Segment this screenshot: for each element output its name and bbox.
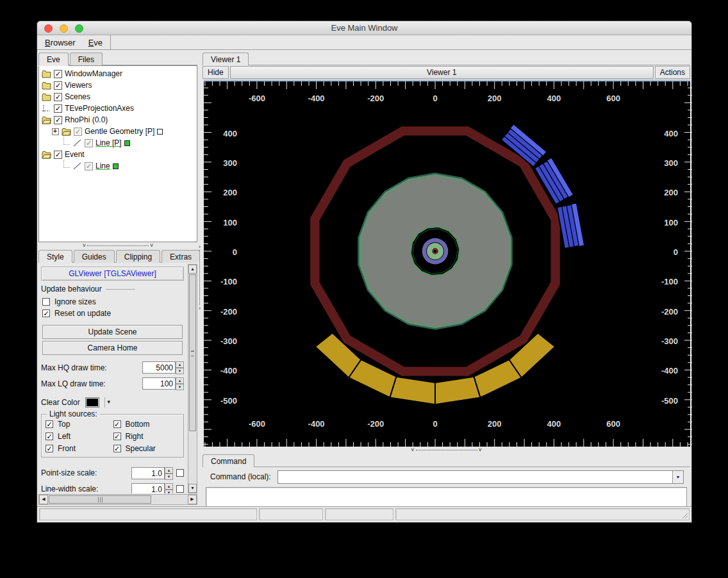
point-size-spinner[interactable]: 1.0 ▲▼: [131, 467, 173, 479]
expand-icon[interactable]: [52, 128, 59, 135]
status-cell: [395, 508, 690, 520]
tree-checkbox[interactable]: [54, 116, 62, 124]
ignore-sizes-row[interactable]: Ignore sizes: [41, 296, 184, 308]
zoom-button[interactable]: [75, 24, 83, 33]
vertical-splitter[interactable]: › ›: [197, 51, 202, 505]
light-left[interactable]: Left: [46, 432, 113, 441]
inner-detector[interactable]: [411, 227, 459, 275]
tree-checkbox[interactable]: [54, 104, 62, 113]
spin-up-icon: ▲: [176, 377, 184, 384]
light-front[interactable]: Front: [46, 444, 113, 453]
rhophi-scene[interactable]: [204, 81, 692, 447]
folder-open-icon: [42, 151, 51, 159]
tree-item-rhophi[interactable]: RhoPhi (0.0): [42, 114, 197, 126]
tree-checkbox[interactable]: [85, 162, 93, 170]
scroll-right-icon[interactable]: ▶: [188, 495, 197, 504]
tree-item-event[interactable]: Event: [42, 149, 197, 160]
reset-on-update-checkbox[interactable]: [42, 310, 50, 317]
glviewer-label[interactable]: GLViewer [TGLSAViewer]: [41, 267, 184, 281]
tree-elbow: [63, 137, 70, 145]
max-hq-spinner[interactable]: 5000 ▲▼: [142, 361, 184, 374]
tree-label[interactable]: Line: [95, 161, 110, 170]
tree-checkbox[interactable]: [54, 151, 62, 159]
tree-checkbox[interactable]: [74, 128, 82, 136]
tree-label: Gentle Geometry [P]: [85, 127, 154, 136]
horizontal-splitter[interactable]: ˅ ˅: [38, 242, 197, 249]
line-width-checkbox[interactable]: [176, 485, 184, 493]
tree-checkbox[interactable]: [54, 70, 62, 78]
tab-guides[interactable]: Guides: [74, 250, 115, 263]
tab-files[interactable]: Files: [70, 53, 103, 65]
light-bottom[interactable]: Bottom: [113, 420, 181, 429]
menu-eve[interactable]: Eve: [88, 38, 103, 47]
tree-label[interactable]: Line [P]: [95, 138, 122, 147]
clear-color-swatch[interactable]: [85, 397, 99, 408]
projection-axes-icon: [42, 104, 51, 113]
camera-home-button[interactable]: Camera Home: [42, 341, 183, 355]
scroll-up-icon[interactable]: ▲: [188, 265, 197, 274]
actions-button[interactable]: Actions: [655, 66, 690, 79]
update-scene-button[interactable]: Update Scene: [42, 325, 183, 339]
muon-chamber-yellow[interactable]: [390, 377, 435, 405]
tab-extras[interactable]: Extras: [161, 250, 200, 263]
light-top[interactable]: Top: [46, 420, 113, 429]
tree-item-viewers[interactable]: Viewers: [42, 79, 197, 91]
tab-command[interactable]: Command: [203, 454, 254, 467]
line-width-spinner[interactable]: 1.0 ▲▼: [131, 483, 173, 494]
scroll-down-icon[interactable]: ▼: [188, 484, 197, 493]
tree-item-projection-axes[interactable]: TEveProjectionAxes: [42, 103, 197, 114]
muon-chamber-yellow[interactable]: [435, 377, 481, 405]
title-bar[interactable]: Eve Main Window: [37, 21, 691, 35]
max-lq-row: Max LQ draw time: 100 ▲▼: [41, 376, 184, 391]
command-combobox[interactable]: ▼: [277, 470, 684, 484]
tree-item-scenes[interactable]: Scenes: [42, 91, 197, 103]
combo-dropdown-icon[interactable]: ▼: [672, 471, 683, 483]
horizontal-splitter[interactable]: ˅ ˅: [203, 447, 690, 453]
tree-item-line[interactable]: Line: [42, 160, 197, 172]
tree-item-windowmanager[interactable]: WindowManager: [42, 68, 197, 79]
style-horizontal-scrollbar[interactable]: ◀ ▶: [38, 494, 197, 505]
style-editor: GLViewer [TGLSAViewer] Update behaviour …: [38, 263, 187, 493]
eve-tree[interactable]: WindowManager Viewers Scenes TEveProject…: [38, 65, 197, 242]
scrollbar-thumb[interactable]: [189, 274, 196, 431]
splitter-arrow-icon: ˅: [410, 447, 415, 452]
light-specular[interactable]: Specular: [113, 444, 181, 453]
render-state-box[interactable]: [157, 129, 163, 135]
command-input[interactable]: [278, 471, 672, 483]
gl-viewport[interactable]: -600-600-400-400-200-2000020020040040060…: [204, 79, 690, 447]
scrollbar-thumb[interactable]: [49, 495, 151, 504]
scroll-left-icon[interactable]: ◀: [39, 495, 48, 504]
folder-open-icon: [62, 128, 71, 136]
tree-checkbox[interactable]: [85, 139, 93, 147]
close-button[interactable]: [44, 24, 53, 33]
window-title: Eve Main Window: [331, 23, 397, 33]
resize-grip-icon[interactable]: [681, 511, 688, 519]
tree-label: TEveProjectionAxes: [65, 104, 134, 113]
browser-panel: Eve Files WindowManager Viewers Scen: [38, 51, 197, 505]
tree-label: RhoPhi (0.0): [65, 115, 108, 124]
minimize-button[interactable]: [60, 24, 68, 33]
tab-clipping[interactable]: Clipping: [116, 250, 160, 263]
menu-browser[interactable]: Browser: [45, 38, 76, 47]
status-cell: [259, 508, 323, 520]
tab-style[interactable]: Style: [38, 250, 72, 263]
tab-viewer-1[interactable]: Viewer 1: [203, 53, 249, 65]
tree-checkbox[interactable]: [54, 93, 62, 101]
style-vertical-scrollbar[interactable]: ▲ ▼: [188, 264, 197, 493]
command-row: Command (local): ▼: [203, 467, 690, 486]
tree-item-line-p[interactable]: Line [P]: [42, 137, 197, 149]
render-state-box[interactable]: [113, 163, 119, 169]
light-right[interactable]: Right: [113, 432, 181, 441]
reset-on-update-row[interactable]: Reset on update: [41, 308, 184, 319]
tree-item-gentle-geometry[interactable]: Gentle Geometry [P]: [42, 126, 197, 137]
ignore-sizes-checkbox[interactable]: [42, 298, 50, 306]
point-size-row: Point-size scale: 1.0 ▲▼: [41, 465, 184, 481]
render-state-box[interactable]: [124, 140, 130, 146]
color-dropdown-icon[interactable]: ▼: [104, 397, 113, 408]
spin-up-icon: ▲: [165, 467, 173, 474]
max-lq-spinner[interactable]: 100 ▲▼: [142, 377, 184, 390]
tree-checkbox[interactable]: [54, 81, 62, 90]
point-size-checkbox[interactable]: [176, 469, 184, 477]
hide-button[interactable]: Hide: [203, 66, 229, 79]
tab-eve[interactable]: Eve: [38, 53, 69, 65]
